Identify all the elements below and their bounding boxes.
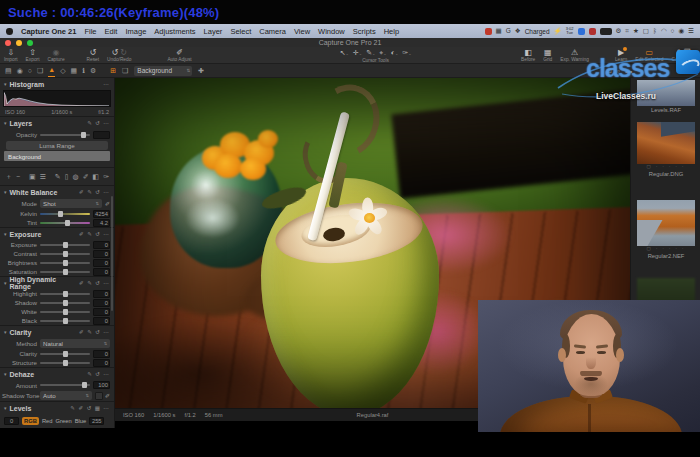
levels-max[interactable]: 255 bbox=[89, 417, 104, 425]
luma-range-button[interactable]: Luma Range bbox=[6, 141, 108, 150]
copy-apply-button[interactable]: ✎❐ Copy/Apply bbox=[667, 47, 700, 63]
tab-capture-icon[interactable]: ◉ bbox=[17, 65, 23, 77]
remove-icon[interactable]: − bbox=[16, 173, 20, 180]
levels-tools-icons[interactable]: ✎ ✐ ↺ ▦ ⋯ bbox=[70, 405, 110, 411]
collapse-icon[interactable]: ▾ bbox=[4, 231, 7, 237]
shadow-tone-dropdown[interactable]: Auto⇅ bbox=[40, 391, 92, 400]
menu-app-name[interactable]: Capture One 21 bbox=[21, 27, 76, 36]
menu-select[interactable]: Select bbox=[230, 27, 251, 36]
add-layer-icon[interactable]: ✚ bbox=[198, 67, 204, 75]
collapse-icon[interactable]: ▾ bbox=[4, 120, 7, 126]
wb-mode-dropdown[interactable]: Shot⇅ bbox=[40, 199, 102, 208]
collapse-icon[interactable]: ▾ bbox=[4, 371, 7, 377]
loupe-icon[interactable]: ⌕ bbox=[617, 67, 621, 75]
grid-button[interactable]: ▦ Grid bbox=[539, 47, 556, 63]
panel-scrollbar[interactable] bbox=[111, 196, 113, 311]
display-icon[interactable]: ▢ bbox=[643, 27, 649, 35]
before-button[interactable]: ◧ Before bbox=[517, 47, 539, 63]
background-layer-item[interactable]: Background bbox=[4, 151, 110, 161]
menu-edit[interactable]: Edit bbox=[105, 27, 118, 36]
clarity-slider[interactable] bbox=[40, 353, 90, 355]
menu-view[interactable]: View bbox=[294, 27, 310, 36]
method-dropdown[interactable]: Natural⇅ bbox=[40, 339, 110, 348]
proof-grid-icon[interactable]: ⊞ bbox=[110, 67, 116, 75]
amount-value[interactable]: 100 bbox=[93, 381, 110, 389]
layers-tools-icons[interactable]: ✎ ↺ ⋯ bbox=[87, 120, 110, 126]
learn-button[interactable]: ▶ Learn bbox=[611, 47, 631, 63]
levels-channel-red[interactable]: Red bbox=[42, 418, 53, 424]
clarity-tools-icons[interactable]: ✐ ✎ ↺ ⋯ bbox=[79, 329, 110, 335]
tint-slider[interactable] bbox=[40, 222, 90, 224]
edit-selected-button[interactable]: ▭ Edit Selected bbox=[631, 47, 667, 63]
wb-tools-icons[interactable]: ✐ ✎ ↺ ⋯ bbox=[79, 189, 110, 195]
shadow-tone-picker-icon[interactable]: ✐ bbox=[105, 392, 110, 399]
chrome-icon[interactable]: G bbox=[506, 27, 511, 35]
shadow-tone-swatch[interactable] bbox=[95, 392, 103, 400]
gradient-icon[interactable]: ◧ bbox=[93, 173, 100, 181]
list-icon[interactable]: ☰ bbox=[40, 173, 46, 181]
import-button[interactable]: ⇩ Import bbox=[0, 47, 22, 63]
tab-color-icon[interactable]: ❏ bbox=[37, 65, 43, 77]
tab-output-icon[interactable]: ⚙ bbox=[90, 65, 96, 77]
zoom-in-icon[interactable]: ⊕ bbox=[687, 67, 696, 74]
zoom-slider-icon[interactable]: ▬ bbox=[626, 67, 633, 75]
levels-channel-rgb[interactable]: RGB bbox=[22, 417, 39, 425]
levels-channel-green[interactable]: Green bbox=[56, 418, 72, 424]
menu-camera[interactable]: Camera bbox=[259, 27, 286, 36]
apple-logo-icon[interactable] bbox=[6, 28, 13, 35]
collapse-icon[interactable]: ▾ bbox=[4, 280, 7, 286]
opacity-slider[interactable] bbox=[40, 134, 90, 136]
collapse-icon[interactable]: ▾ bbox=[4, 81, 7, 87]
status-pill-icon[interactable] bbox=[600, 28, 612, 35]
wb-picker-icon[interactable]: ✐ bbox=[105, 200, 110, 207]
menu-scripts[interactable]: Scripts bbox=[353, 27, 376, 36]
brightness-slider[interactable] bbox=[40, 262, 90, 264]
opacity-value[interactable] bbox=[93, 131, 110, 139]
proof-profile-icon[interactable]: ⊡ bbox=[606, 67, 611, 75]
tab-library-icon[interactable]: ▤ bbox=[5, 65, 12, 77]
bluetooth-icon[interactable]: ᛒ bbox=[653, 27, 657, 35]
siri-icon[interactable]: ◉ bbox=[679, 27, 685, 35]
amount-slider[interactable] bbox=[40, 384, 90, 386]
panel-menu-icon[interactable]: ⋯ bbox=[104, 81, 111, 87]
kelvin-slider[interactable] bbox=[40, 213, 90, 215]
shadow-slider[interactable] bbox=[40, 302, 90, 304]
collapse-icon[interactable]: ▾ bbox=[4, 329, 7, 335]
status-app-icon[interactable] bbox=[485, 28, 492, 35]
menu-image[interactable]: Image bbox=[125, 27, 146, 36]
contrast-slider[interactable] bbox=[40, 253, 90, 255]
black-slider[interactable] bbox=[40, 320, 90, 322]
menu-file[interactable]: File bbox=[84, 27, 96, 36]
thumbnail-levels-raf[interactable] bbox=[637, 80, 695, 106]
status-app-icon[interactable] bbox=[589, 28, 596, 35]
clock-widget[interactable]: 3:02Tue bbox=[566, 27, 574, 35]
tab-lens-icon[interactable]: ○ bbox=[28, 65, 32, 77]
capture-button[interactable]: ◉ Capture bbox=[43, 47, 68, 63]
mail-icon[interactable]: ▦ bbox=[496, 27, 502, 35]
settings-icon[interactable]: ⚙ bbox=[616, 27, 622, 35]
menu-adjustments[interactable]: Adjustments bbox=[154, 27, 195, 36]
viewer-mode-icon[interactable]: ❏ bbox=[122, 67, 128, 75]
auto-adjust-button[interactable]: ✐ Auto Adjust bbox=[163, 47, 195, 63]
export-button[interactable]: ⇧ Export bbox=[22, 47, 44, 63]
keyboard-icon[interactable]: ⌗ bbox=[625, 27, 629, 35]
levels-channel-blue[interactable]: Blue bbox=[75, 418, 87, 424]
menu-help[interactable]: Help bbox=[384, 27, 399, 36]
exposure-slider[interactable] bbox=[40, 244, 90, 246]
collapse-icon[interactable]: ▾ bbox=[4, 189, 7, 195]
levels-min[interactable]: 0 bbox=[4, 417, 19, 425]
reset-button[interactable]: ↺ Reset bbox=[83, 47, 104, 63]
structure-slider[interactable] bbox=[40, 362, 90, 364]
mask-tool-icon[interactable]: ◐⌄ bbox=[391, 48, 399, 58]
zoom-out-icon[interactable]: ⊖ bbox=[678, 67, 687, 74]
menu-extra-icon[interactable]: ☰ bbox=[688, 27, 694, 35]
wifi-icon[interactable]: ◠ bbox=[661, 27, 667, 35]
battery-status[interactable]: Charged bbox=[525, 28, 550, 35]
cursor-tools-group[interactable]: ↖⌄ ✛⌄ ✎⌄ ⌖⌄ ◐⌄ ✑⌄ Cursor Tools bbox=[336, 47, 416, 63]
draw-tool-icon[interactable]: ✎⌄ bbox=[366, 48, 375, 58]
tab-metadata-icon[interactable]: ℹ bbox=[82, 65, 85, 77]
add-icon[interactable]: ＋ bbox=[5, 172, 12, 182]
tab-exposure-icon[interactable]: ▲ bbox=[48, 64, 55, 77]
thumbnail-regular2-nef[interactable] bbox=[637, 200, 695, 246]
tab-details-icon[interactable]: ◇ bbox=[60, 65, 65, 77]
